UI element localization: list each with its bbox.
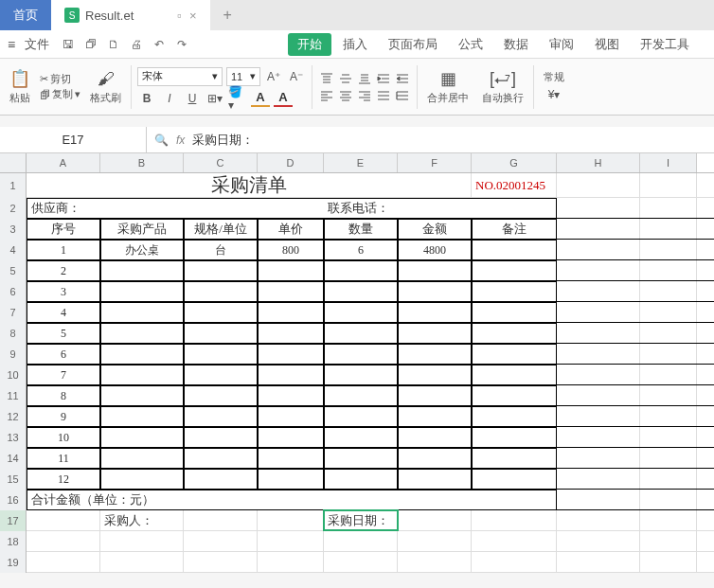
cell-seq[interactable]: 6 xyxy=(27,344,100,364)
cell-prod[interactable] xyxy=(100,469,184,489)
cell-note[interactable] xyxy=(472,240,557,259)
hdr-price[interactable]: 单价 xyxy=(258,219,324,239)
cell-price[interactable] xyxy=(258,281,324,301)
wrap-group[interactable]: [⮐] 自动换行 xyxy=(478,62,527,113)
cell-prod[interactable] xyxy=(100,323,184,343)
cell-note[interactable] xyxy=(472,344,557,364)
preview-icon[interactable]: 🗋 xyxy=(104,35,123,54)
font-grow-icon[interactable]: A⁺ xyxy=(264,68,283,85)
title-cell[interactable]: 采购清单 xyxy=(27,173,472,197)
cell-spec[interactable]: 台 xyxy=(184,240,258,259)
cell-amt[interactable] xyxy=(398,281,472,301)
cell-note[interactable] xyxy=(472,385,557,405)
row-head[interactable]: 13 xyxy=(0,427,27,448)
tab-menu-icon[interactable]: ▫ xyxy=(177,9,182,23)
tab-dev[interactable]: 开发工具 xyxy=(631,33,699,56)
cell-note[interactable] xyxy=(472,469,557,489)
cell-prod[interactable]: 办公桌 xyxy=(100,240,184,259)
cell-seq[interactable]: 8 xyxy=(27,385,100,405)
cell-seq[interactable]: 12 xyxy=(27,469,100,489)
row-head[interactable]: 5 xyxy=(0,260,27,281)
total-cell[interactable]: 合计金额（单位：元） xyxy=(27,490,557,509)
select-all-corner[interactable] xyxy=(0,153,27,172)
cell-prod[interactable] xyxy=(100,281,184,301)
hdr-note[interactable]: 备注 xyxy=(472,219,557,239)
name-box[interactable]: E17 xyxy=(0,127,147,152)
buyer-label[interactable]: 采购人： xyxy=(100,510,184,530)
cell-note[interactable] xyxy=(472,281,557,301)
align-mid-icon[interactable] xyxy=(337,71,354,86)
cell-seq[interactable]: 1 xyxy=(27,240,100,259)
tab-insert[interactable]: 插入 xyxy=(333,33,377,56)
col-H[interactable]: H xyxy=(557,153,640,172)
row-head[interactable]: 10 xyxy=(0,365,27,385)
cell-seq[interactable]: 11 xyxy=(27,448,100,468)
no-cell[interactable]: NO.02001245 xyxy=(472,173,557,197)
print-icon[interactable]: 🗇 xyxy=(81,35,100,54)
cell-prod[interactable] xyxy=(100,448,184,468)
font-color-button[interactable]: A xyxy=(274,90,293,107)
cell-spec[interactable] xyxy=(184,344,258,364)
file-menu[interactable]: 文件 xyxy=(19,34,55,55)
cell-amt[interactable] xyxy=(398,260,472,280)
cell-price[interactable] xyxy=(258,260,324,280)
cell-amt[interactable] xyxy=(398,448,472,468)
cell-amt[interactable] xyxy=(398,406,472,426)
cell-spec[interactable] xyxy=(184,281,258,301)
underline-button[interactable]: U xyxy=(183,90,202,107)
tab-close-icon[interactable]: × xyxy=(189,9,197,23)
italic-button[interactable]: I xyxy=(160,90,179,107)
currency-icon[interactable]: ¥▾ xyxy=(544,86,563,103)
row-head-17[interactable]: 17 xyxy=(0,510,27,531)
supplier-label[interactable]: 供应商： xyxy=(27,198,258,218)
cell-price[interactable]: 800 xyxy=(258,240,324,259)
bold-button[interactable]: B xyxy=(137,90,156,107)
hdr-amt[interactable]: 金额 xyxy=(398,219,472,239)
cell-note[interactable] xyxy=(472,302,557,322)
col-A[interactable]: A xyxy=(27,153,100,172)
tab-data[interactable]: 数据 xyxy=(494,33,538,56)
dist-h-icon[interactable] xyxy=(375,88,392,103)
align-top-icon[interactable] xyxy=(318,71,335,86)
cell-note[interactable] xyxy=(472,406,557,426)
row-head[interactable]: 12 xyxy=(0,406,27,427)
phone-label[interactable]: 联系电话： xyxy=(324,198,557,218)
cell-note[interactable] xyxy=(472,448,557,468)
cell-spec[interactable] xyxy=(184,406,258,426)
hdr-spec[interactable]: 规格/单位 xyxy=(184,219,258,239)
align-bot-icon[interactable] xyxy=(356,71,373,86)
col-C[interactable]: C xyxy=(184,153,258,172)
cell-seq[interactable]: 4 xyxy=(27,302,100,322)
col-G[interactable]: G xyxy=(472,153,557,172)
cell-spec[interactable] xyxy=(184,260,258,280)
cell-prod[interactable] xyxy=(100,385,184,405)
cell-seq[interactable]: 2 xyxy=(27,260,100,280)
cell-spec[interactable] xyxy=(184,469,258,489)
cell-note[interactable] xyxy=(472,365,557,384)
row-head[interactable]: 6 xyxy=(0,281,27,302)
cell-price[interactable] xyxy=(258,427,324,447)
cell-seq[interactable]: 9 xyxy=(27,406,100,426)
row-head-3[interactable]: 3 xyxy=(0,219,27,240)
cell-qty[interactable] xyxy=(324,344,398,364)
indent-inc-icon[interactable] xyxy=(375,71,392,86)
row-head-1[interactable]: 1 xyxy=(0,173,27,198)
cell-note[interactable] xyxy=(472,323,557,343)
format-painter-group[interactable]: 🖌 格式刷 xyxy=(86,62,125,113)
cell-price[interactable] xyxy=(258,344,324,364)
cell-seq[interactable]: 7 xyxy=(27,365,100,384)
tab-view[interactable]: 视图 xyxy=(585,33,629,56)
cell-qty[interactable] xyxy=(324,302,398,322)
row-head[interactable]: 14 xyxy=(0,448,27,469)
align-left-icon[interactable] xyxy=(318,88,335,103)
cell-price[interactable] xyxy=(258,365,324,384)
paste-group[interactable]: 📋 粘贴 xyxy=(6,62,34,113)
row-head-16[interactable]: 16 xyxy=(0,490,27,510)
row-head[interactable]: 11 xyxy=(0,385,27,406)
cell-qty[interactable] xyxy=(324,260,398,280)
cell-prod[interactable] xyxy=(100,260,184,280)
cell-qty[interactable] xyxy=(324,385,398,405)
pdate-cell[interactable]: 采购日期： xyxy=(324,510,398,530)
indent-icon[interactable] xyxy=(394,88,411,103)
cell-price[interactable] xyxy=(258,323,324,343)
